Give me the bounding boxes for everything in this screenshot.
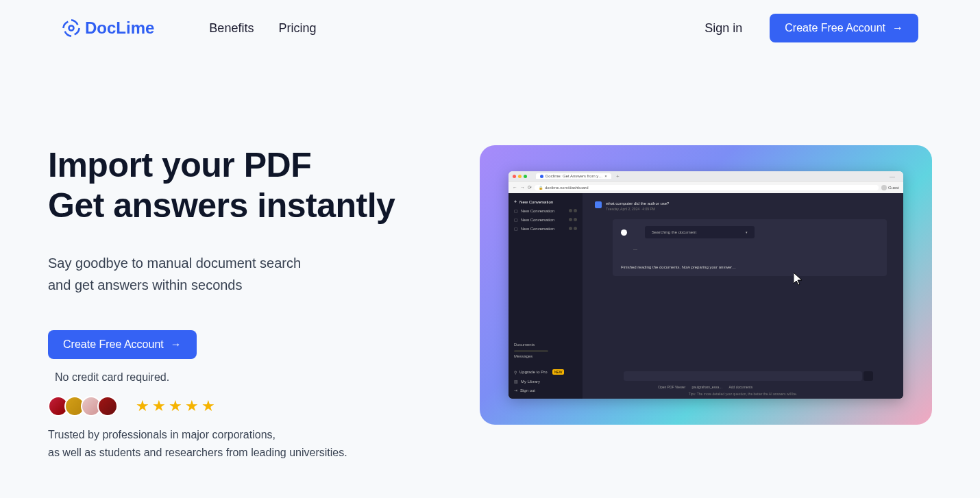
create-account-button-hero[interactable]: Create Free Account → (48, 330, 197, 359)
sb-conv-label: New Conversation (521, 227, 554, 231)
browser-chrome: Doclime: Get Answers from y… × + — ← → ⟳… (509, 171, 903, 193)
sidebar-messages-header: Messages (509, 352, 583, 360)
tab-close-icon: × (604, 174, 607, 178)
sb-upgrade-label: Upgrade to Pro (519, 370, 548, 374)
url-text: doclime.com/dashboard (545, 186, 589, 190)
send-button[interactable] (863, 371, 873, 381)
hero-left: Import your PDF Get answers instantly Sa… (48, 145, 466, 461)
sb-library-label: My Library (521, 379, 540, 384)
hero-subtitle: Say goodbye to manual document search an… (48, 252, 466, 296)
chevron-down-icon: ▾ (746, 230, 748, 234)
doc-chip[interactable]: paulgraham_essa… (692, 385, 723, 389)
star-icon: ★ (136, 397, 149, 415)
library-icon: ▥ (514, 379, 518, 384)
window-max-icon (524, 175, 527, 178)
bot-icon (621, 229, 627, 236)
cta-nav-label: Create Free Account (785, 22, 885, 34)
sb-conv-label: New Conversation (521, 209, 554, 213)
nav-links: Benefits Pricing (209, 21, 316, 36)
dot-icon (574, 209, 577, 212)
reload-icon: ⟳ (528, 185, 532, 190)
main-panel: what computer did the author use? Tuesda… (583, 193, 903, 399)
nav-pricing[interactable]: Pricing (278, 21, 316, 36)
sidebar-library[interactable]: ▥ My Library (509, 377, 583, 386)
university-badges (48, 396, 118, 416)
sidebar-upgrade[interactable]: ⚲ Upgrade to Pro NEW (509, 367, 583, 377)
assistant-response-block: Searching the document ▾ ⋯ Finished read… (613, 219, 887, 276)
dot-icon (569, 209, 572, 212)
cta-hero-label: Create Free Account (63, 338, 164, 351)
back-icon: ← (513, 185, 517, 190)
chat-icon: ▢ (514, 217, 518, 222)
create-account-button-nav[interactable]: Create Free Account → (770, 14, 918, 42)
star-icon: ★ (169, 397, 182, 415)
sidebar-conversation-item[interactable]: ▢ New Conversation (509, 224, 583, 233)
logo[interactable]: DocLime (62, 18, 154, 38)
hero-cta-row: Create Free Account → (48, 330, 466, 359)
window-min-icon (518, 175, 522, 178)
new-badge: NEW (552, 369, 565, 375)
add-docs-link[interactable]: Add documents (728, 385, 752, 389)
sidebar-documents-header: Documents (509, 340, 583, 349)
message-timestamp: Tuesday, April 2, 2024 · 4:09 PM (606, 207, 669, 211)
no-credit-card-text: No credit card required. (48, 371, 466, 384)
user-question-text: what computer did the author use? (606, 201, 669, 206)
top-nav: DocLime Benefits Pricing Sign in Create … (0, 0, 980, 56)
guest-label: Guest (888, 186, 899, 190)
cursor-icon (794, 273, 805, 289)
signin-link[interactable]: Sign in (705, 21, 742, 36)
searching-dropdown[interactable]: Searching the document ▾ (645, 226, 755, 238)
user-avatar-icon (595, 201, 602, 208)
sidebar: + New Conversation ▢ New Conversation ▢ … (509, 193, 583, 399)
lock-icon: 🔒 (539, 186, 543, 190)
demo-screenshot: Doclime: Get Answers from y… × + — ← → ⟳… (480, 145, 932, 425)
chat-icon: ▢ (514, 226, 518, 231)
open-pdf-link[interactable]: Open PDF Viewer (658, 385, 685, 389)
sidebar-conversation-item[interactable]: ▢ New Conversation (509, 215, 583, 224)
sidebar-new-conversation[interactable]: + New Conversation (509, 197, 583, 206)
trust-text: Trusted by professionals in major corpor… (48, 426, 466, 461)
star-icon: ★ (152, 397, 166, 415)
arrow-right-icon: → (892, 22, 903, 34)
searching-label: Searching the document (652, 230, 696, 234)
trust-row: ★ ★ ★ ★ ★ (48, 396, 466, 416)
forward-icon: → (520, 185, 525, 190)
sb-signout-label: Sign out (520, 388, 535, 393)
dot-icon (574, 227, 577, 230)
signout-icon: ⇥ (514, 388, 517, 393)
address-bar: 🔒 doclime.com/dashboard (535, 185, 879, 190)
star-icon: ★ (185, 397, 199, 415)
arrow-right-icon: → (171, 338, 182, 351)
hero-title: Import your PDF Get answers instantly (48, 145, 466, 226)
footer-links: Open PDF Viewer paulgraham_essa… Add doc… (658, 385, 758, 389)
chat-input[interactable] (624, 371, 862, 381)
badge-icon (97, 396, 118, 416)
new-tab-icon: + (616, 173, 620, 179)
browser-menu-icon: — (890, 173, 899, 179)
nav-benefits[interactable]: Benefits (209, 21, 254, 36)
plus-icon: + (514, 199, 517, 204)
trust-line2: as well as students and researchers from… (48, 447, 347, 458)
response-status-text: Finished reading the documents. Now prep… (621, 265, 879, 269)
app-body: + New Conversation ▢ New Conversation ▢ … (509, 193, 903, 399)
logo-icon (62, 18, 81, 38)
response-header: Searching the document ▾ (621, 226, 879, 238)
sb-conv-label: New Conversation (521, 218, 554, 222)
address-bar-row: ← → ⟳ 🔒 doclime.com/dashboard Guest (509, 181, 903, 193)
hero: Import your PDF Get answers instantly Sa… (0, 56, 980, 461)
hero-sub-line1: Say goodbye to manual document search (48, 256, 301, 271)
loading-dots: ⋯ (633, 247, 879, 251)
sidebar-signout[interactable]: ⇥ Sign out (509, 386, 583, 395)
browser-tab-row: Doclime: Get Answers from y… × + — (509, 171, 903, 181)
user-message: what computer did the author use? Tuesda… (585, 196, 901, 216)
app-window: Doclime: Get Answers from y… × + — ← → ⟳… (509, 171, 903, 399)
window-close-icon (513, 175, 516, 178)
sidebar-conversation-item[interactable]: ▢ New Conversation (509, 206, 583, 215)
chat-icon: ▢ (514, 208, 518, 213)
footer-tip: Tips: The more detailed your question, t… (583, 392, 903, 396)
hero-title-line1: Import your PDF (48, 146, 311, 184)
star-icon: ★ (201, 397, 215, 415)
brand-name: DocLime (85, 18, 154, 38)
guest-profile: Guest (881, 185, 899, 190)
favicon-icon (540, 175, 543, 178)
